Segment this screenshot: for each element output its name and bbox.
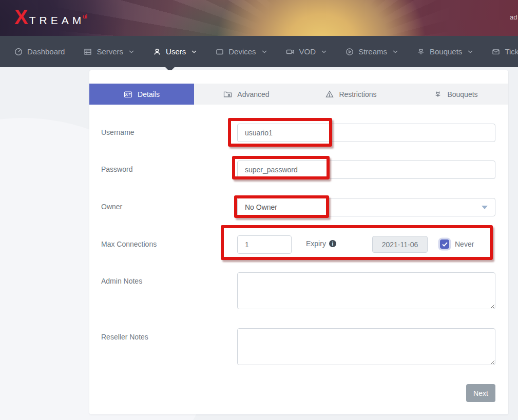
xtream-logo[interactable]: X TREAM ui <box>14 7 89 27</box>
nav-label: Tickets <box>505 47 518 56</box>
logo-text: TREAM <box>29 14 85 27</box>
vod-icon <box>286 48 295 56</box>
account-name-text[interactable]: ad <box>510 13 517 21</box>
tab-advanced[interactable]: Advanced <box>194 84 299 105</box>
nav-item-servers[interactable]: Servers <box>84 47 134 56</box>
nav-item-tickets[interactable]: Tickets <box>492 47 518 56</box>
folder-gear-icon <box>223 90 232 98</box>
app-header: X TREAM ui ad <box>0 0 518 36</box>
expiry-date-field[interactable]: 2021-11-06 <box>372 236 428 253</box>
owner-select[interactable]: No Owner <box>237 198 495 216</box>
tab-label: Bouquets <box>447 90 477 98</box>
nav-label: Devices <box>228 47 256 56</box>
form-tabs: Details Advanced Restrictions Bouquets <box>89 84 508 105</box>
logo-x: X <box>14 7 28 27</box>
tab-label: Restrictions <box>339 90 376 98</box>
tab-bouquets[interactable]: Bouquets <box>404 84 508 105</box>
chevron-down-icon <box>129 50 134 53</box>
nav-item-vod[interactable]: VOD <box>286 47 327 56</box>
chevron-down-icon <box>321 50 327 53</box>
users-icon <box>153 48 161 56</box>
nav-label: Dashboard <box>27 47 65 56</box>
page: X TREAM ui ad Dashboard Servers Users De… <box>0 0 518 420</box>
servers-icon <box>84 48 92 56</box>
info-icon[interactable]: i <box>329 240 336 247</box>
flower-icon <box>434 90 442 98</box>
tab-restrictions[interactable]: Restrictions <box>299 84 404 105</box>
chevron-down-icon <box>393 50 398 53</box>
select-arrow-icon <box>482 206 488 209</box>
never-checkbox[interactable] <box>440 239 449 249</box>
tab-label: Advanced <box>237 90 269 98</box>
chevron-down-icon <box>468 50 473 53</box>
max-connections-label: Max Connections <box>101 240 157 248</box>
bouquets-icon <box>417 48 425 56</box>
expiry-label-text: Expiry <box>306 239 326 248</box>
tickets-icon <box>492 48 500 56</box>
nav-item-streams[interactable]: Streams <box>346 47 398 56</box>
password-label: Password <box>101 165 132 173</box>
admin-notes-textarea[interactable] <box>237 272 495 309</box>
admin-notes-label: Admin Notes <box>101 277 142 285</box>
chevron-down-icon <box>191 50 197 53</box>
nav-label: Users <box>166 47 186 56</box>
nav-item-dashboard[interactable]: Dashboard <box>14 47 65 56</box>
username-label: Username <box>101 128 135 136</box>
nav-label: Servers <box>97 47 123 56</box>
password-input[interactable] <box>237 161 495 179</box>
username-input[interactable] <box>237 124 495 142</box>
main-nav: Dashboard Servers Users Devices VOD Stre… <box>0 36 518 67</box>
tab-label: Details <box>138 90 160 98</box>
nav-item-devices[interactable]: Devices <box>216 47 266 56</box>
reseller-notes-label: Reseller Notes <box>101 333 148 341</box>
dashboard-icon <box>14 48 23 56</box>
next-button[interactable]: Next <box>466 384 495 402</box>
never-label: Never <box>455 240 474 248</box>
max-connections-input[interactable] <box>237 235 292 254</box>
devices-icon <box>216 48 224 56</box>
reseller-notes-textarea[interactable] <box>237 328 495 365</box>
tab-details[interactable]: Details <box>89 84 194 105</box>
nav-item-users[interactable]: Users <box>153 47 197 56</box>
owner-label: Owner <box>101 203 122 211</box>
warning-triangle-icon <box>325 90 334 98</box>
nav-label: Streams <box>358 47 387 56</box>
streams-icon <box>346 48 354 56</box>
nav-label: VOD <box>299 47 316 56</box>
check-icon <box>442 242 448 247</box>
logo-ui-sup: ui <box>83 14 87 19</box>
expiry-label: Expiry i <box>306 239 336 248</box>
nav-item-bouquets[interactable]: Bouquets <box>417 47 473 56</box>
chevron-down-icon <box>262 50 267 53</box>
user-form-card: Details Advanced Restrictions Bouquets U… <box>89 70 508 414</box>
owner-selected-value: No Owner <box>245 203 277 211</box>
id-card-icon <box>124 90 132 98</box>
nav-label: Bouquets <box>430 47 462 56</box>
